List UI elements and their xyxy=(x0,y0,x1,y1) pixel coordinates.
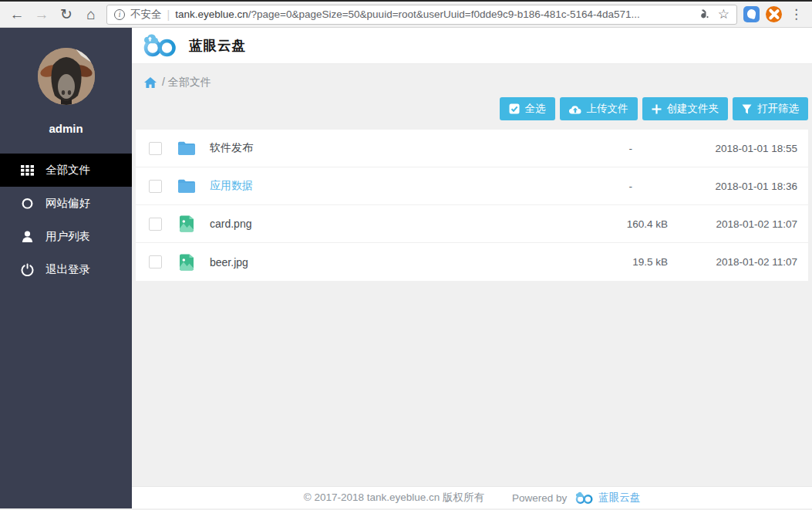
browser-toolbar: ← → ↻ ⌂ i 不安全 | tank.eyeblue.cn/?page=0&… xyxy=(0,0,812,28)
image-file-icon xyxy=(177,214,197,234)
filter-icon xyxy=(742,104,752,114)
goat-avatar-image xyxy=(38,48,95,105)
copyright-text: © 2017-2018 tank.eyeblue.cn 版权所有 xyxy=(304,491,484,505)
file-name[interactable]: card.png xyxy=(210,218,251,230)
file-row[interactable]: beer.jpg 19.5 kB 2018-01-02 11:07 xyxy=(136,243,808,281)
breadcrumb-path[interactable]: / 全部文件 xyxy=(162,76,211,90)
main-content: / 全部文件 全选 上传文件 创建文件夹 xyxy=(132,64,812,486)
avatar[interactable] xyxy=(38,48,95,105)
sidebar-item-user-list[interactable]: 用户列表 xyxy=(0,220,132,253)
row-checkbox[interactable] xyxy=(149,180,162,193)
sidebar-item-label: 退出登录 xyxy=(45,262,90,277)
file-date: 2018-01-02 11:07 xyxy=(668,218,797,230)
sidebar-item-label: 用户列表 xyxy=(45,229,90,244)
file-name[interactable]: beer.jpg xyxy=(210,256,248,269)
password-key-icon[interactable] xyxy=(699,8,711,21)
file-row[interactable]: 软件发布 - 2018-01-01 18:55 xyxy=(136,130,808,167)
row-checkbox[interactable] xyxy=(149,218,162,231)
forward-icon[interactable]: → xyxy=(32,7,51,22)
username: admin xyxy=(0,122,132,135)
user-icon xyxy=(21,230,34,243)
url-host: tank.eyeblue.cn xyxy=(175,8,248,20)
upload-file-label: 上传文件 xyxy=(587,102,628,116)
site-info-icon[interactable]: i xyxy=(114,9,125,20)
sidebar-item-logout[interactable]: 退出登录 xyxy=(0,253,132,286)
file-date: 2018-01-02 11:07 xyxy=(668,256,797,268)
dashboard-icon xyxy=(21,197,34,210)
url-path: /?page=0&pageSize=50&puuid=root&userUuid… xyxy=(248,8,640,20)
footer: © 2017-2018 tank.eyeblue.cn 版权所有 Powered… xyxy=(132,486,812,508)
select-all-label: 全选 xyxy=(525,102,546,116)
power-icon xyxy=(21,263,34,276)
home-icon[interactable]: ⌂ xyxy=(82,7,100,22)
folder-icon xyxy=(177,176,197,196)
security-label: 不安全 xyxy=(130,8,162,22)
powered-by-text: Powered by xyxy=(512,492,567,504)
file-date: 2018-01-01 18:55 xyxy=(668,143,797,154)
bookmark-star-icon[interactable]: ☆ xyxy=(718,6,729,22)
file-size: 160.4 kB xyxy=(579,218,668,230)
page-title: 蓝眼云盘 xyxy=(189,36,246,55)
plus-icon xyxy=(652,104,662,114)
url-text: tank.eyeblue.cn/?page=0&pageSize=50&puui… xyxy=(175,8,693,20)
open-filter-label: 打开筛选 xyxy=(757,102,799,116)
extension-icon-blue[interactable] xyxy=(743,6,760,22)
cloud-upload-icon xyxy=(569,104,581,114)
image-file-icon xyxy=(177,252,197,272)
sidebar-item-label: 网站偏好 xyxy=(45,196,90,211)
breadcrumb-home-icon[interactable] xyxy=(144,77,157,89)
app-logo xyxy=(141,33,180,58)
open-filter-button[interactable]: 打开筛选 xyxy=(733,97,808,120)
create-folder-button[interactable]: 创建文件夹 xyxy=(642,97,729,120)
sidebar-item-site-preferences[interactable]: 网站偏好 xyxy=(0,187,132,220)
row-checkbox[interactable] xyxy=(149,142,162,155)
upload-file-button[interactable]: 上传文件 xyxy=(560,97,638,120)
screen: ← → ↻ ⌂ i 不安全 | tank.eyeblue.cn/?page=0&… xyxy=(0,0,812,510)
file-date: 2018-01-01 18:36 xyxy=(668,181,797,192)
extension-icon-orange[interactable] xyxy=(766,6,782,22)
footer-logo-icon xyxy=(574,491,595,505)
file-name[interactable]: 应用数据 xyxy=(210,179,253,193)
select-all-button[interactable]: 全选 xyxy=(500,97,555,120)
folder-icon xyxy=(177,138,197,158)
file-size: 19.5 kB xyxy=(579,256,668,268)
reload-icon[interactable]: ↻ xyxy=(57,7,76,22)
check-square-icon xyxy=(509,103,520,114)
toolbar: 全选 上传文件 创建文件夹 打开筛选 xyxy=(132,97,812,120)
breadcrumb: / 全部文件 xyxy=(132,64,812,90)
row-checkbox[interactable] xyxy=(149,255,162,269)
grid-icon xyxy=(21,164,34,177)
url-bar[interactable]: i 不安全 | tank.eyeblue.cn/?page=0&pageSize… xyxy=(106,5,737,25)
browser-menu-icon[interactable]: ⋮ xyxy=(788,6,804,22)
sidebar-item-all-files[interactable]: 全部文件 xyxy=(0,154,132,187)
app-header: 蓝眼云盘 xyxy=(132,28,812,64)
footer-brand-label: 蓝眼云盘 xyxy=(598,491,640,505)
file-row[interactable]: 应用数据 - 2018-01-01 18:36 xyxy=(136,167,808,205)
file-name[interactable]: 软件发布 xyxy=(210,141,253,155)
file-size: - xyxy=(579,181,668,192)
back-icon[interactable]: ← xyxy=(8,7,26,22)
sidebar: admin 全部文件 网站偏好 xyxy=(0,28,132,508)
sidebar-menu: 全部文件 网站偏好 用户列表 xyxy=(0,154,132,286)
file-row[interactable]: card.png 160.4 kB 2018-01-02 11:07 xyxy=(136,205,808,243)
footer-brand-link[interactable]: 蓝眼云盘 xyxy=(574,491,640,505)
omnibox-divider: | xyxy=(167,8,170,21)
sidebar-item-label: 全部文件 xyxy=(45,163,90,177)
create-folder-label: 创建文件夹 xyxy=(667,102,719,116)
file-size: - xyxy=(579,143,668,154)
file-list: 软件发布 - 2018-01-01 18:55 应用数据 - 2018-01-0… xyxy=(136,130,808,281)
